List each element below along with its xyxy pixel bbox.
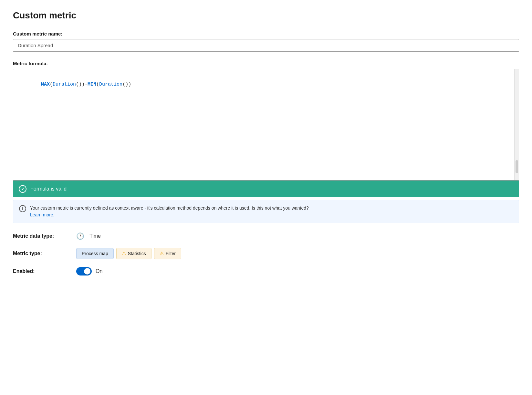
chip-filter-label: Filter	[166, 251, 176, 256]
valid-message: Formula is valid	[30, 186, 67, 192]
formula-scrollbar[interactable]	[514, 69, 519, 180]
formula-container: ⇕ MAX(Duration())-MIN(Duration()) MAX(Du…	[13, 69, 519, 197]
enabled-toggle[interactable]	[76, 267, 92, 275]
metric-name-section: Custom metric name:	[13, 31, 519, 52]
chip-filter-warning-icon: ⚠	[160, 251, 164, 256]
learn-more-link[interactable]: Learn more.	[30, 212, 54, 217]
chip-process-map-label: Process map	[82, 251, 108, 256]
page-title: Custom metric	[13, 10, 519, 21]
chip-filter[interactable]: ⚠ Filter	[154, 248, 181, 259]
toggle-thumb	[84, 268, 90, 275]
info-banner: i Your custom metric is currently define…	[13, 200, 519, 223]
formula-valid-banner: ✓ Formula is valid	[13, 181, 519, 197]
scrollbar-thumb	[516, 160, 518, 173]
metric-data-type-row: Metric data type: 🕐 Time	[13, 232, 519, 240]
enabled-row: Enabled: On	[13, 267, 519, 275]
chip-statistics-warning-icon: ⚠	[122, 251, 126, 256]
data-type-value: Time	[89, 233, 101, 239]
metric-name-label: Custom metric name:	[13, 31, 519, 36]
info-text: Your custom metric is currently defined …	[30, 205, 309, 218]
chip-statistics[interactable]: ⚠ Statistics	[116, 248, 151, 259]
formula-textarea[interactable]: MAX(Duration())-MIN(Duration())	[13, 69, 519, 179]
valid-check-icon: ✓	[19, 185, 26, 193]
formula-editor-wrapper: ⇕ MAX(Duration())-MIN(Duration()) MAX(Du…	[13, 69, 519, 181]
metric-type-row: Metric type: Process map ⚠ Statistics ⚠ …	[13, 248, 519, 259]
toggle-container: On	[76, 267, 102, 275]
metric-type-chips: Process map ⚠ Statistics ⚠ Filter	[76, 248, 181, 259]
enabled-label: Enabled:	[13, 268, 71, 274]
formula-section: Metric formula: ⇕ MAX(Duration())-MIN(Du…	[13, 61, 519, 223]
metric-type-label: Metric type:	[13, 251, 71, 256]
enabled-state-text: On	[96, 268, 102, 274]
metric-data-type-label: Metric data type:	[13, 233, 71, 239]
chip-statistics-label: Statistics	[128, 251, 146, 256]
info-message: Your custom metric is currently defined …	[30, 205, 309, 211]
formula-label: Metric formula:	[13, 61, 519, 66]
chip-process-map[interactable]: Process map	[76, 248, 114, 259]
info-icon: i	[19, 205, 26, 212]
clock-icon: 🕐	[76, 232, 84, 240]
metric-name-input[interactable]	[13, 39, 519, 52]
